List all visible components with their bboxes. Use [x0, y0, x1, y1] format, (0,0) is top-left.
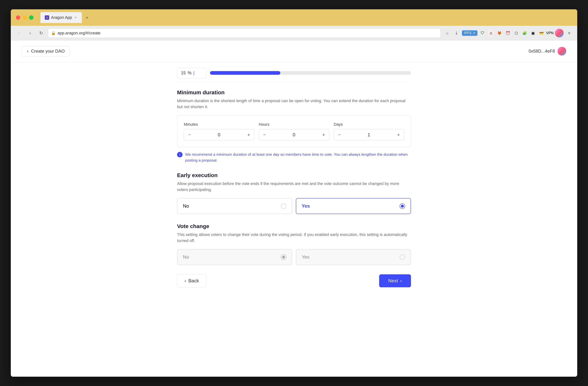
duration-info-text: We recommend a minimum duration of at le… [185, 151, 411, 163]
new-tab-button[interactable]: + [84, 14, 90, 21]
hours-value: 0 [270, 132, 318, 138]
next-chevron: › [400, 278, 402, 284]
early-execution-yes-option[interactable]: Yes [296, 198, 411, 214]
forward-button[interactable]: › [26, 29, 34, 37]
extension-icon-3[interactable]: ⬡ [513, 30, 520, 36]
active-tab[interactable]: A Aragon App × [40, 12, 82, 23]
minutes-field: Minutes − 0 + [184, 122, 254, 140]
progress-fill [210, 71, 280, 75]
nav-right-icons: ⌕ ⤓ IPFS ↗ 🛡 ⚠ 🦊 ⏰ ⬡ 🧩 ▣ 💳 VPN ≡ [444, 29, 573, 38]
create-dao-label: Create your DAO [31, 49, 65, 54]
progress-input[interactable]: 15 % | [177, 68, 206, 78]
menu-icon[interactable]: ≡ [566, 29, 573, 37]
reader-view-icon[interactable]: ▣ [530, 30, 536, 36]
next-label: Next [388, 278, 398, 284]
minutes-value: 0 [195, 132, 243, 138]
days-label: Days [334, 122, 404, 127]
wallet-address-text: 0x58D...4eF8 [529, 49, 555, 54]
hours-increment-button[interactable]: + [318, 129, 329, 140]
vote-change-section: Vote change This setting allows voters t… [177, 223, 411, 265]
create-dao-back-button[interactable]: ‹ Create your DAO [22, 46, 70, 57]
vote-change-no-label: No [183, 254, 189, 260]
main-content: 15 % | Minimum duration Minimum duration… [166, 62, 422, 377]
early-execution-yes-radio[interactable] [399, 203, 405, 209]
wallet-avatar[interactable] [557, 47, 566, 56]
duration-row: Minutes − 0 + Hours − [184, 122, 404, 140]
minimum-duration-title: Minimum duration [177, 89, 411, 96]
user-avatar[interactable] [555, 29, 564, 38]
vote-change-description: This setting allows voters to change the… [177, 232, 411, 244]
vote-change-yes-label: Yes [302, 254, 309, 260]
page-content: ‹ Create your DAO 0x58D...4eF8 15 % | [11, 40, 577, 377]
address-bar[interactable]: 🔒 app.aragon.org/#/create [48, 28, 441, 38]
minimize-window-button[interactable] [22, 15, 27, 20]
title-bar: A Aragon App × + [11, 9, 577, 26]
progress-area: 15 % | [177, 62, 411, 82]
back-nav-button[interactable]: ‹ Back [177, 274, 206, 287]
tab-title: Aragon App [51, 15, 72, 20]
wallet-icon[interactable]: 💳 [538, 30, 545, 36]
vpn-icon[interactable]: VPN [546, 30, 553, 36]
minimum-duration-description: Minimum duration is the shortest length … [177, 98, 411, 110]
vote-change-no-option[interactable]: No [177, 249, 292, 265]
progress-value: 15 [181, 70, 186, 75]
minimum-duration-section: Minimum duration Minimum duration is the… [177, 89, 411, 163]
early-execution-no-option[interactable]: No [177, 198, 292, 214]
early-execution-yes-label: Yes [302, 203, 310, 209]
close-window-button[interactable] [16, 15, 20, 20]
early-execution-no-radio[interactable] [281, 203, 286, 209]
next-button[interactable]: Next › [379, 274, 411, 287]
hours-label: Hours [259, 122, 329, 127]
vote-change-title: Vote change [177, 223, 411, 229]
early-execution-title: Early execution [177, 172, 411, 178]
early-execution-no-label: No [183, 203, 189, 209]
early-execution-description: Allow proposal execution before the vote… [177, 181, 411, 193]
ipfs-badge[interactable]: IPFS ↗ [462, 30, 478, 36]
minutes-label: Minutes [184, 122, 254, 127]
vote-change-no-radio[interactable] [281, 255, 286, 260]
search-icon[interactable]: ⌕ [444, 29, 451, 37]
progress-unit: % [188, 70, 191, 75]
extension-icon-4[interactable]: 🧩 [521, 30, 528, 36]
progress-increment-icon[interactable]: | [193, 70, 194, 75]
days-value: 1 [345, 132, 393, 138]
days-field: Days − 1 + [334, 122, 404, 140]
minutes-increment-button[interactable]: + [243, 129, 254, 140]
hours-field: Hours − 0 + [259, 122, 329, 140]
back-nav-chevron: ‹ [185, 278, 186, 284]
extension-icon-2[interactable]: ⏰ [504, 30, 511, 36]
progress-track [210, 71, 411, 75]
alert-icon[interactable]: ⚠ [488, 30, 494, 36]
hours-stepper: − 0 + [259, 129, 329, 140]
info-icon: i [177, 152, 183, 157]
download-icon[interactable]: ⤓ [453, 29, 460, 37]
back-nav-label: Back [189, 278, 199, 284]
navigation-bar: ‹ › ↻ 🔒 app.aragon.org/#/create ⌕ ⤓ IPFS… [11, 26, 577, 40]
app-header: ‹ Create your DAO 0x58D...4eF8 [11, 40, 577, 62]
early-execution-options: No Yes [177, 198, 411, 214]
days-decrement-button[interactable]: − [334, 129, 345, 140]
early-execution-section: Early execution Allow proposal execution… [177, 172, 411, 214]
vote-change-yes-radio[interactable] [399, 255, 405, 260]
wallet-info: 0x58D...4eF8 [529, 47, 566, 56]
tab-area: A Aragon App × + [40, 12, 90, 23]
reload-button[interactable]: ↻ [37, 29, 45, 37]
tab-close-button[interactable]: × [74, 16, 78, 19]
extension-icon-1[interactable]: 🦊 [496, 30, 503, 36]
tab-favicon: A [45, 15, 49, 20]
vote-change-yes-option[interactable]: Yes [296, 249, 411, 265]
days-increment-button[interactable]: + [393, 129, 404, 140]
back-chevron-icon: ‹ [27, 49, 28, 54]
navigation-buttons: ‹ Back Next › [177, 274, 411, 287]
hours-decrement-button[interactable]: − [259, 129, 270, 140]
duration-info-note: i We recommend a minimum duration of at … [177, 151, 411, 163]
minutes-stepper: − 0 + [184, 129, 254, 140]
maximize-window-button[interactable] [29, 15, 33, 20]
minutes-decrement-button[interactable]: − [184, 129, 195, 140]
url-text: app.aragon.org/#/create [58, 31, 101, 35]
days-stepper: − 1 + [334, 129, 404, 140]
brave-shield-icon[interactable]: 🛡 [479, 30, 486, 36]
back-button[interactable]: ‹ [15, 29, 23, 37]
vote-change-options: No Yes [177, 249, 411, 265]
duration-box: Minutes − 0 + Hours − [177, 115, 411, 147]
